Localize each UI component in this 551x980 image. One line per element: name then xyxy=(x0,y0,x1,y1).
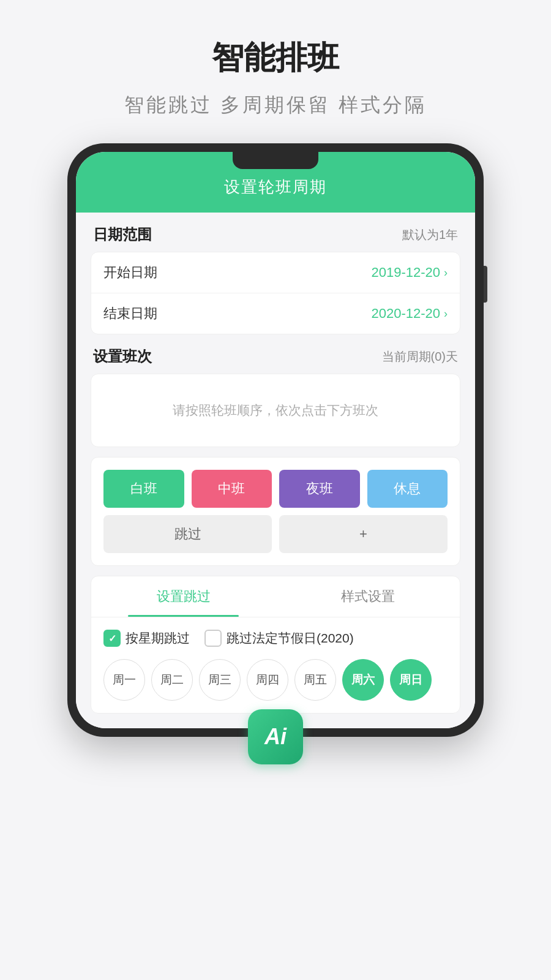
checkbox-holiday[interactable]: 跳过法定节假日(2020) xyxy=(204,630,354,647)
shift-instruction-card: 请按照轮班顺序，依次点击下方班次 xyxy=(91,374,460,447)
phone-button xyxy=(484,266,487,303)
date-card: 开始日期 2019-12-20 › 结束日期 2020-12-20 › xyxy=(91,252,460,334)
ai-text: Ai xyxy=(264,724,287,750)
night-shift-button[interactable]: 夜班 xyxy=(279,470,360,508)
checkbox-holiday-label: 跳过法定节假日(2020) xyxy=(227,630,354,647)
day-tue[interactable]: 周二 xyxy=(151,659,193,701)
day-shift-button[interactable]: 白班 xyxy=(103,470,184,508)
start-date-value: 2019-12-20 › xyxy=(371,265,448,281)
page-subtitle: 智能跳过 多周期保留 样式分隔 xyxy=(0,92,551,119)
mid-shift-button[interactable]: 中班 xyxy=(192,470,272,508)
date-section-hint: 默认为1年 xyxy=(402,227,458,243)
day-fri[interactable]: 周五 xyxy=(294,659,336,701)
checkmark-icon: ✓ xyxy=(108,633,116,644)
checkbox-weekly[interactable]: ✓ 按星期跳过 xyxy=(103,630,190,647)
checkbox-holiday-box xyxy=(204,630,222,647)
start-date-row[interactable]: 开始日期 2019-12-20 › xyxy=(91,252,460,293)
skip-shift-button[interactable]: 跳过 xyxy=(103,515,272,553)
add-shift-button[interactable]: + xyxy=(279,515,448,553)
ai-badge: Ai xyxy=(248,709,303,764)
chevron-right-icon: › xyxy=(444,266,448,279)
start-date-label: 开始日期 xyxy=(103,263,157,282)
day-sun[interactable]: 周日 xyxy=(390,659,432,701)
app-content: 日期范围 默认为1年 开始日期 2019-12-20 › 结束日期 2020-1… xyxy=(76,213,475,728)
end-date-row[interactable]: 结束日期 2020-12-20 › xyxy=(91,293,460,334)
shift-section-title: 设置班次 xyxy=(93,347,152,366)
tabs-content: ✓ 按星期跳过 跳过法定节假日(2020) 周一 xyxy=(91,617,460,713)
page-title: 智能排班 xyxy=(0,37,551,80)
shift-buttons-container: 白班 中班 夜班 休息 跳过 + xyxy=(91,457,460,566)
date-section-title: 日期范围 xyxy=(93,225,152,244)
date-section-header: 日期范围 默认为1年 xyxy=(91,213,460,252)
phone-screen: 设置轮班周期 日期范围 默认为1年 开始日期 2019-12-20 › 结束日期 xyxy=(76,152,475,728)
checkbox-row: ✓ 按星期跳过 跳过法定节假日(2020) xyxy=(103,630,448,647)
chevron-right-icon-2: › xyxy=(444,307,448,320)
checkbox-weekly-label: 按星期跳过 xyxy=(126,630,190,647)
day-thu[interactable]: 周四 xyxy=(247,659,288,701)
day-mon[interactable]: 周一 xyxy=(103,659,145,701)
rest-shift-button[interactable]: 休息 xyxy=(367,470,448,508)
phone-notch xyxy=(233,152,318,169)
tab-style[interactable]: 样式设置 xyxy=(276,576,460,617)
shift-section-hint: 当前周期(0)天 xyxy=(382,349,458,365)
app-header-title: 设置轮班周期 xyxy=(76,176,475,198)
day-sat[interactable]: 周六 xyxy=(342,659,384,701)
tabs-section: 设置跳过 样式设置 ✓ 按星期跳过 xyxy=(91,576,460,714)
phone-frame: 设置轮班周期 日期范围 默认为1年 开始日期 2019-12-20 › 结束日期 xyxy=(67,143,484,737)
day-wed[interactable]: 周三 xyxy=(199,659,241,701)
end-date-value: 2020-12-20 › xyxy=(371,306,448,322)
tabs-header: 设置跳过 样式设置 xyxy=(91,576,460,617)
tab-skip[interactable]: 设置跳过 xyxy=(91,576,276,617)
checkbox-weekly-box: ✓ xyxy=(103,630,121,647)
shift-section-header: 设置班次 当前周期(0)天 xyxy=(91,334,460,374)
end-date-label: 结束日期 xyxy=(103,304,157,323)
page-header: 智能排班 智能跳过 多周期保留 样式分隔 xyxy=(0,0,551,131)
shift-instruction-text: 请按照轮班顺序，依次点击下方班次 xyxy=(173,402,378,419)
day-pills: 周一 周二 周三 周四 周五 周六 周日 xyxy=(103,659,448,701)
